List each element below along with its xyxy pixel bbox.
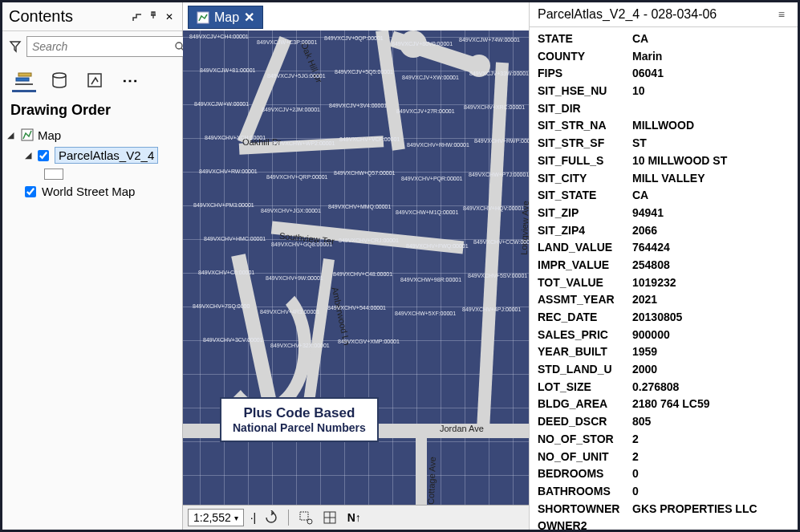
attribute-row[interactable]: FIPS06041	[538, 65, 796, 83]
attribute-row[interactable]: OWNER2	[538, 518, 796, 530]
attribute-row[interactable]: BLDG_AREA2180 764 LC59	[538, 396, 796, 413]
attribute-row[interactable]: YEAR_BUILT1959	[538, 343, 796, 361]
layer-visibility-checkbox[interactable]	[38, 150, 49, 161]
parcel-label: 849VXCHV+QRP:00001	[266, 174, 327, 180]
menu-icon[interactable]: ≡	[778, 8, 785, 21]
attribute-value: 0	[632, 465, 796, 483]
scale-toggle-icon[interactable]: ·|	[250, 511, 257, 524]
list-by-source-icon[interactable]	[47, 68, 71, 92]
tree-map-root[interactable]: ◢ Map	[7, 125, 177, 144]
attribute-row[interactable]: REC_DATE20130805	[538, 309, 796, 327]
attribute-row[interactable]: SIT_DIR	[538, 100, 796, 118]
attribute-value: 254808	[632, 257, 796, 274]
attribute-key: SIT_ZIP	[538, 205, 632, 222]
scale-dropdown[interactable]: 1:2,552 ▾	[188, 509, 244, 526]
road	[238, 36, 291, 145]
attribute-row[interactable]: DEED_DSCR805	[538, 413, 796, 431]
attribute-key: SIT_STR_SF	[538, 135, 632, 152]
attribute-row[interactable]: SIT_STR_NAMILLWOOD	[538, 117, 796, 135]
attribute-row[interactable]: BEDROOMS0	[538, 465, 796, 483]
road	[416, 428, 427, 505]
road	[468, 55, 490, 77]
attribute-row[interactable]: NO_OF_STOR2	[538, 431, 796, 449]
drawing-order-label: Drawing Order	[2, 99, 182, 125]
attribute-row[interactable]: SIT_FULL_S10 MILLWOOD ST	[538, 152, 796, 170]
attribute-key: BEDROOMS	[538, 465, 632, 483]
attribute-row[interactable]: SHORTOWNERGKS PROPERTIES LLC	[538, 501, 796, 518]
attribute-row[interactable]: LAND_VALUE764424	[538, 239, 796, 257]
attribute-key: NO_OF_UNIT	[538, 449, 632, 466]
attribute-row[interactable]: NO_OF_UNIT2	[538, 449, 796, 466]
map-viewport[interactable]: Oak Hill Dr Oakhill Dr Southview Ter Amb…	[183, 30, 529, 505]
snapping-icon[interactable]	[321, 509, 339, 526]
tree-layer-basemap[interactable]: World Street Map	[7, 182, 177, 201]
attribute-key: SIT_DIR	[538, 100, 632, 118]
expand-icon[interactable]: ◢	[25, 150, 35, 160]
more-icon[interactable]: ⋯	[118, 68, 142, 92]
attribute-key: OWNER2	[538, 518, 632, 530]
attribute-value: 2066	[632, 222, 796, 240]
list-by-selection-icon[interactable]	[83, 68, 107, 92]
attribute-value: 2	[632, 449, 796, 466]
attribute-row[interactable]: LOT_SIZE0.276808	[538, 379, 796, 396]
attribute-row[interactable]: STATECA	[538, 30, 796, 48]
attribute-row[interactable]: ASSMT_YEAR2021	[538, 291, 796, 309]
rotate-icon[interactable]	[262, 509, 280, 526]
svg-point-5	[53, 73, 66, 78]
close-icon[interactable]: ✕	[163, 10, 176, 23]
parcel-line	[183, 104, 529, 105]
attribute-row[interactable]: TOT_VALUE1019232	[538, 274, 796, 292]
attribute-row[interactable]: BATHROOMS0	[538, 483, 796, 501]
attributes-panel: ParcelAtlas_V2_4 - 028-034-06 ≡ STATECAC…	[530, 2, 798, 530]
attribute-row[interactable]: SIT_ZIP42066	[538, 222, 796, 240]
search-input[interactable]	[32, 40, 174, 53]
attribute-row[interactable]: SALES_PRIC900000	[538, 327, 796, 344]
filter-icon[interactable]	[9, 39, 22, 54]
attribute-key: SHORTOWNER	[538, 501, 632, 518]
overlay-line2: National Parcel Numbers	[233, 421, 366, 434]
attribute-row[interactable]: COUNTYMarin	[538, 48, 796, 66]
parcel-label: 849VXCHV+JGX:00001	[261, 208, 321, 213]
svg-rect-9	[300, 512, 308, 520]
attribute-value: 764424	[632, 239, 796, 257]
pin-icon[interactable]	[147, 10, 160, 23]
map-panel: Map ✕ Oak Hill Dr Oakhill Dr Southview T…	[183, 2, 530, 530]
attribute-value: 1019232	[632, 274, 796, 292]
north-arrow-icon[interactable]: N↑	[345, 509, 363, 526]
parcel-label: 849VXCJV+2JM:00001	[262, 107, 320, 112]
parcel-label: 849VXCJV+27R:00001	[396, 108, 455, 114]
attribute-key: SIT_STATE	[538, 187, 632, 205]
attribute-row[interactable]: STD_LAND_U2000	[538, 361, 796, 379]
attribute-value: 2180 764 LC59	[632, 396, 796, 413]
attribute-key: REC_DATE	[538, 309, 632, 327]
attributes-list[interactable]: STATECACOUNTYMarinFIPS06041SIT_HSE_NU10S…	[530, 27, 798, 530]
attribute-key: LOT_SIZE	[538, 379, 632, 396]
tree-layer-swatch[interactable]	[7, 166, 177, 182]
attribute-value: GKS PROPERTIES LLC	[632, 501, 796, 518]
attribute-row[interactable]: SIT_STR_SFST	[538, 135, 796, 152]
layer-visibility-checkbox[interactable]	[25, 186, 36, 197]
scale-value: 1:2,552	[193, 511, 231, 524]
select-tool-icon[interactable]	[297, 509, 315, 526]
road	[271, 221, 464, 254]
attribute-value: 0	[632, 483, 796, 501]
contents-panel: Contents ✕ ⋯	[2, 2, 183, 530]
search-input-wrapper[interactable]	[26, 36, 191, 57]
tree-layer-parcelatlas[interactable]: ◢ ParcelAtlas_V2_4	[7, 144, 177, 166]
map-tab-label: Map	[214, 10, 239, 25]
close-icon[interactable]: ✕	[244, 10, 254, 25]
attribute-key: LAND_VALUE	[538, 239, 632, 257]
attribute-row[interactable]: IMPR_VALUE254808	[538, 257, 796, 274]
attribute-row[interactable]: SIT_CITYMILL VALLEY	[538, 170, 796, 188]
parcel-label: 849VXCHV+CCW:00001	[473, 239, 529, 245]
attribute-row[interactable]: SIT_HSE_NU10	[538, 83, 796, 100]
attribute-row[interactable]: SIT_ZIP94941	[538, 205, 796, 222]
collapse-icon[interactable]: ◢	[7, 130, 17, 140]
attribute-value: CA	[632, 30, 796, 48]
list-by-drawing-order-icon[interactable]	[12, 68, 36, 92]
attribute-value: 2	[632, 431, 796, 449]
overlay-line1: Plus Code Based	[233, 405, 366, 421]
options-icon[interactable]	[131, 10, 144, 23]
map-tab[interactable]: Map ✕	[188, 6, 263, 29]
attribute-row[interactable]: SIT_STATECA	[538, 187, 796, 205]
